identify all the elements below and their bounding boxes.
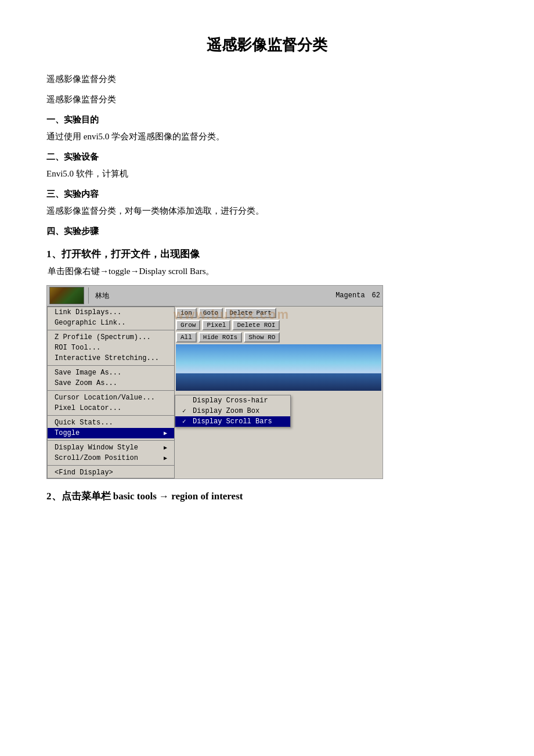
toggle-submenu: Display Cross-hair ✓ Display Zoom Box ✓ … — [175, 395, 291, 427]
subtitle-2: 遥感影像监督分类 — [46, 92, 488, 107]
menu-item-roi-tool[interactable]: ROI Tool... — [48, 343, 174, 353]
menu-item-find-display[interactable]: <Find Display> — [48, 467, 174, 478]
page-title: 遥感影像监督分类 — [46, 35, 488, 55]
menu-separator-2 — [48, 365, 174, 366]
delete-part-button[interactable]: Delete Part — [225, 308, 276, 318]
section1-heading: 一、实验目的 — [46, 114, 488, 125]
roi-panel: ion Goto Delete Part Grow Pixel Delete R… — [175, 307, 383, 478]
menu-separator-1 — [48, 330, 174, 330]
roi-toolbar-row3: All Hide ROIs Show RO — [176, 332, 381, 343]
image-dark-area — [176, 373, 381, 391]
screenshot-container: www.bubox.com 林地 Magenta 62 Link Display… — [46, 285, 383, 479]
section3-text: 遥感影像监督分类，对每一类物体添加选取，进行分类。 — [46, 203, 488, 219]
menu-separator-5 — [48, 440, 174, 441]
context-menu: Link Displays... Geographic Link.. Z Pro… — [47, 307, 175, 478]
ion-button[interactable]: ion — [176, 308, 197, 318]
value-62: 62 — [372, 291, 380, 300]
magenta-label: Magenta — [335, 291, 365, 300]
linди-label: 林地 — [95, 291, 109, 301]
menu-item-interactive-stretching[interactable]: Interactive Stretching... — [48, 353, 174, 363]
hide-rois-button[interactable]: Hide ROIs — [199, 332, 242, 343]
menu-separator-6 — [48, 465, 174, 466]
zoom-box-check: ✓ — [182, 407, 190, 415]
roi-toolbar-row2: Grow Pixel Delete ROI — [176, 320, 381, 330]
image-thumbnail — [49, 287, 84, 304]
subtitle-1: 遥感影像监督分类 — [46, 71, 488, 87]
menu-item-geographic-link[interactable]: Geographic Link.. — [48, 318, 174, 328]
section2-text: Envi5.0 软件，计算机 — [46, 166, 488, 182]
section4-heading: 四、实验步骤 — [46, 226, 488, 237]
menu-separator-4 — [48, 415, 174, 416]
step1-text: 单击图像右键→toggle→Display scroll Bars。 — [46, 264, 488, 279]
menu-item-save-image-as[interactable]: Save Image As... — [48, 368, 174, 378]
goto-button[interactable]: Goto — [199, 308, 223, 318]
submenu-item-scroll-bars[interactable]: ✓ Display Scroll Bars — [175, 416, 290, 427]
menu-item-display-window-style[interactable]: Display Window Style ▶ — [48, 442, 174, 453]
menu-item-pixel-locator[interactable]: Pixel Locator... — [48, 403, 174, 413]
section3-heading: 三、实验内容 — [46, 189, 488, 200]
menu-item-quick-stats[interactable]: Quick Stats... — [48, 417, 174, 428]
delete-roi-button[interactable]: Delete ROI — [232, 320, 280, 330]
menu-item-toggle[interactable]: Toggle ▶ — [48, 428, 174, 438]
menu-item-z-profile[interactable]: Z Profile (Spectrum)... — [48, 332, 174, 343]
submenu-item-crosshair[interactable]: Display Cross-hair — [175, 395, 290, 406]
screenshot-body: Link Displays... Geographic Link.. Z Pro… — [47, 307, 383, 478]
szp-arrow-icon: ▶ — [164, 455, 167, 462]
crosshair-check — [182, 397, 190, 404]
section1-text: 通过使用 envi5.0 学会对遥感图像的监督分类。 — [46, 129, 488, 145]
menu-item-save-zoom-as[interactable]: Save Zoom As... — [48, 378, 174, 388]
pixel-button[interactable]: Pixel — [202, 320, 230, 330]
menu-separator-3 — [48, 390, 174, 391]
screenshot-toolbar: 林地 Magenta 62 — [47, 286, 383, 307]
menu-item-scroll-zoom-position[interactable]: Scroll/Zoom Position ▶ — [48, 453, 174, 463]
step2-heading: 2、点击菜单栏 basic tools → region of interest — [46, 489, 488, 503]
section2-heading: 二、实验设备 — [46, 152, 488, 163]
grow-button[interactable]: Grow — [176, 320, 200, 330]
show-ro-button[interactable]: Show RO — [244, 332, 280, 343]
roi-toolbar-row1: ion Goto Delete Part — [176, 308, 381, 318]
menu-item-cursor-location[interactable]: Cursor Location/Value... — [48, 393, 174, 403]
dws-arrow-icon: ▶ — [164, 444, 167, 451]
toggle-arrow-icon: ▶ — [164, 430, 167, 437]
all-button[interactable]: All — [176, 332, 197, 343]
envi-screenshot: 林地 Magenta 62 Link Displays... Geographi… — [46, 285, 383, 479]
step1-heading: 1、打开软件，打开文件，出现图像 — [46, 247, 488, 261]
submenu-item-zoom-box[interactable]: ✓ Display Zoom Box — [175, 406, 290, 416]
menu-item-link-displays[interactable]: Link Displays... — [48, 307, 174, 318]
scroll-bars-check: ✓ — [182, 417, 190, 425]
image-display-area — [176, 344, 381, 391]
